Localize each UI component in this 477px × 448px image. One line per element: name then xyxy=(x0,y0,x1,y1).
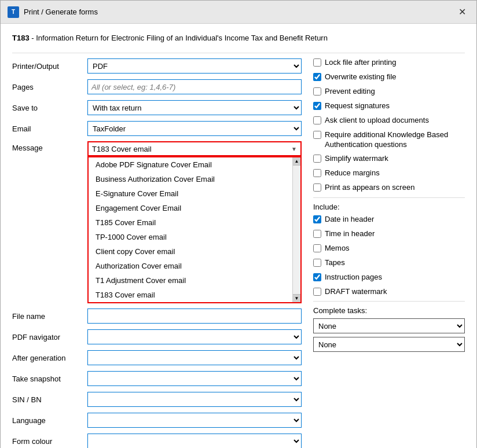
filename-input[interactable] xyxy=(87,309,302,324)
heading-bold: T183 xyxy=(12,34,30,42)
require-knowledge-label: Require additional Knowledge Based Authe… xyxy=(325,130,465,150)
pages-control xyxy=(87,79,302,94)
ask-client-label: Ask client to upload documents xyxy=(325,116,429,126)
simplify-checkbox[interactable] xyxy=(313,155,321,163)
checkbox-row-draft-watermark: DRAFT watermark xyxy=(313,287,465,297)
reduce-margins-label: Reduce margins xyxy=(325,168,380,178)
aftergen-select[interactable] xyxy=(87,350,302,365)
pdfnav-control xyxy=(87,329,302,344)
app-icon: T xyxy=(8,6,19,18)
checkbox-row-require-knowledge: Require additional Knowledge Based Authe… xyxy=(313,130,465,150)
top-checkboxes: Lock file after printing Overwrite exist… xyxy=(313,58,465,193)
instruction-pages-label: Instruction pages xyxy=(325,273,382,282)
complete-tasks-select-2[interactable]: None xyxy=(313,337,465,352)
email-row: Email TaxFolder xyxy=(12,120,302,137)
scroll-down-btn[interactable]: ▼ xyxy=(293,294,300,302)
close-button[interactable]: ✕ xyxy=(455,5,469,19)
sinbn-select[interactable] xyxy=(87,392,302,407)
list-item[interactable]: T185 Cover Email xyxy=(89,215,292,230)
memos-checkbox[interactable] xyxy=(313,244,321,252)
list-item[interactable]: TP-1000 Cover email xyxy=(89,230,292,244)
titlebar-left: T Print / Generate forms xyxy=(8,6,98,18)
saveto-select[interactable]: With tax return xyxy=(87,100,302,115)
date-header-checkbox[interactable] xyxy=(313,215,321,223)
scroll-up-btn[interactable]: ▲ xyxy=(293,157,300,166)
snapshot-select[interactable] xyxy=(87,371,302,386)
language-select[interactable] xyxy=(87,413,302,428)
language-label: Language xyxy=(12,416,87,425)
request-sig-checkbox[interactable] xyxy=(313,102,321,110)
printer-select[interactable]: PDF xyxy=(87,58,302,74)
list-item[interactable]: T1 Adjustment Cover email xyxy=(89,273,292,288)
language-control xyxy=(87,413,302,428)
ask-client-checkbox[interactable] xyxy=(313,116,321,124)
formcolour-label: Form colour xyxy=(12,437,87,446)
aftergen-row: After generation xyxy=(12,350,302,366)
checkbox-row-time-header: Time in header xyxy=(313,229,465,239)
lock-checkbox[interactable] xyxy=(313,58,321,67)
list-item[interactable]: Client copy Cover email xyxy=(89,244,292,259)
overwrite-checkbox[interactable] xyxy=(313,73,321,81)
time-header-checkbox[interactable] xyxy=(313,230,321,238)
right-panel: Lock file after printing Overwrite exist… xyxy=(313,58,465,448)
checkbox-row-overwrite: Overwrite existing file xyxy=(313,72,465,82)
email-label: Email xyxy=(12,124,87,133)
tapes-checkbox[interactable] xyxy=(313,259,321,267)
pages-input[interactable] xyxy=(87,79,302,94)
list-item[interactable]: Adobe PDF Signature Cover Email xyxy=(89,157,292,172)
printer-row: Printer/Output PDF xyxy=(12,58,302,74)
tapes-label: Tapes xyxy=(325,258,345,268)
dropdown-items: Adobe PDF Signature Cover Email Business… xyxy=(89,157,292,302)
checkbox-row-reduce-margins: Reduce margins xyxy=(313,168,465,178)
list-item[interactable]: Engagement Cover Email xyxy=(89,201,292,215)
lock-label: Lock file after printing xyxy=(325,58,397,68)
checkbox-row-date-header: Date in header xyxy=(313,215,465,225)
saveto-row: Save to With tax return xyxy=(12,100,302,116)
sinbn-label: SIN / BN xyxy=(12,395,87,404)
titlebar-title: Print / Generate forms xyxy=(24,8,98,16)
checkbox-row-instruction-pages: Instruction pages xyxy=(313,273,465,282)
include-label: Include: xyxy=(313,203,465,211)
print-as-checkbox[interactable] xyxy=(313,183,321,192)
formcolour-row: Form colour xyxy=(12,433,302,448)
left-panel: Printer/Output PDF Pages Sa xyxy=(12,58,302,448)
message-arrow-icon: ▼ xyxy=(291,146,297,152)
checkbox-row-print-as-appears: Print as appears on screen xyxy=(313,183,465,193)
filename-row: File name xyxy=(12,308,302,324)
instruction-pages-checkbox[interactable] xyxy=(313,273,321,281)
filename-control xyxy=(87,309,302,324)
message-dropdown-btn[interactable]: T183 Cover email ▼ xyxy=(87,141,302,156)
pdfnav-select[interactable] xyxy=(87,329,302,344)
formcolour-control xyxy=(87,434,302,448)
checkbox-row-prevent: Prevent editing xyxy=(313,87,465,97)
saveto-control: With tax return xyxy=(87,100,302,115)
snapshot-label: Take snapshot xyxy=(12,374,87,383)
email-select[interactable]: TaxFolder xyxy=(87,121,302,136)
complete-tasks-select-1[interactable]: None xyxy=(313,318,465,333)
list-item[interactable]: E-Signature Cover Email xyxy=(89,186,292,201)
draft-watermark-checkbox[interactable] xyxy=(313,288,321,296)
reduce-margins-checkbox[interactable] xyxy=(313,169,321,177)
require-knowledge-checkbox[interactable] xyxy=(313,131,321,139)
email-control: TaxFolder xyxy=(87,121,302,136)
saveto-label: Save to xyxy=(12,104,87,112)
dialog-body: T183 - Information Return for Electronic… xyxy=(1,24,476,448)
memos-label: Memos xyxy=(325,244,350,254)
list-item[interactable]: Business Authorization Cover Email xyxy=(89,172,292,186)
complete-tasks-section: Complete tasks: None None xyxy=(313,306,465,352)
formcolour-select[interactable] xyxy=(87,434,302,448)
prevent-checkbox[interactable] xyxy=(313,87,321,96)
aftergen-control xyxy=(87,350,302,365)
snapshot-control xyxy=(87,371,302,386)
list-item[interactable]: Authorization Cover email xyxy=(89,259,292,273)
pages-row: Pages xyxy=(12,79,302,95)
dialog-heading: T183 - Information Return for Electronic… xyxy=(12,33,465,43)
sinbn-control xyxy=(87,392,302,407)
message-control: T183 Cover email ▼ Adobe PDF Signature C… xyxy=(87,141,302,303)
dropdown-list-inner: Adobe PDF Signature Cover Email Business… xyxy=(89,157,300,302)
dialog-window: T Print / Generate forms ✕ T183 - Inform… xyxy=(0,0,477,448)
list-item-selected[interactable]: T183 Cover email xyxy=(89,288,292,302)
checkbox-row-lock: Lock file after printing xyxy=(313,58,465,68)
message-label: Message xyxy=(12,141,87,152)
checkbox-row-request-sig: Request signatures xyxy=(313,101,465,111)
